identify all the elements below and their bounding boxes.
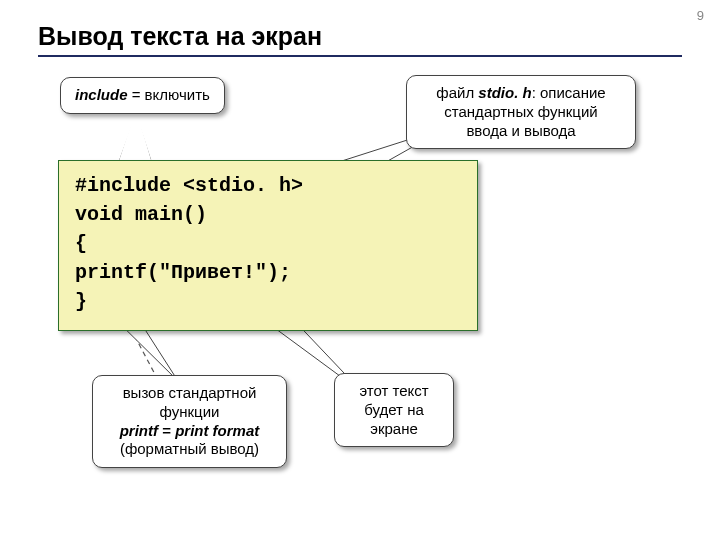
- page-number: 9: [697, 8, 704, 23]
- code-line-1: #include <stdio. h>: [75, 174, 303, 197]
- callout-include: include = включить: [60, 77, 225, 114]
- code-line-2: void main(): [75, 203, 207, 226]
- code-line-4: printf("Привет!");: [75, 261, 291, 284]
- slide-title: Вывод текста на экран: [38, 22, 682, 51]
- content-area: include = включить файл stdio. h: описан…: [38, 75, 682, 505]
- code-block: #include <stdio. h> void main() { printf…: [58, 160, 478, 331]
- callout-printf: вызов стандартнойфункцииprintf = print f…: [92, 375, 287, 468]
- title-rule: [38, 55, 682, 57]
- callout-stdio: файл stdio. h: описаниестандартных функц…: [406, 75, 636, 149]
- code-line-5: }: [75, 290, 87, 313]
- code-line-3: {: [75, 232, 87, 255]
- callout-screen-text: этот текстбудет наэкране: [334, 373, 454, 447]
